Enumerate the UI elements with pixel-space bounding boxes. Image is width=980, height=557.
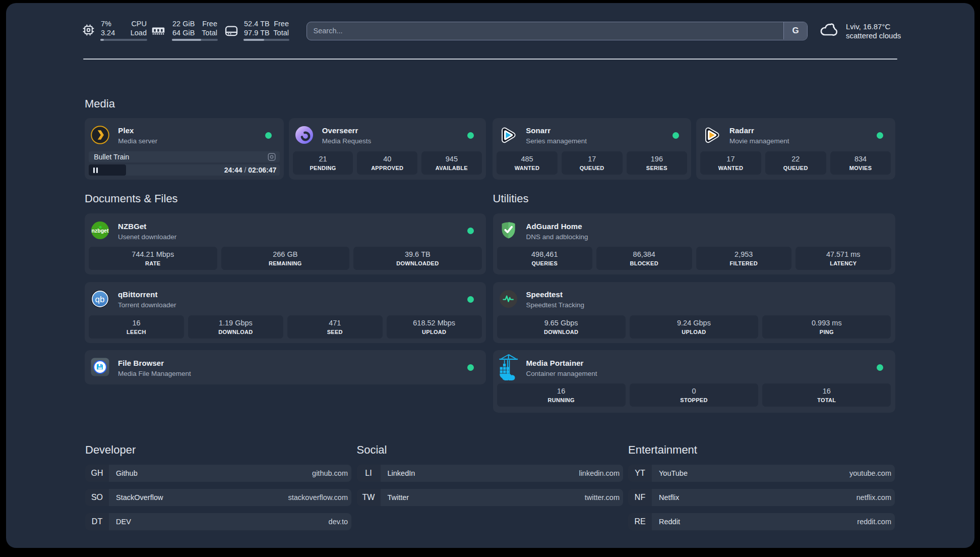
- svg-text:nzbget: nzbget: [92, 228, 109, 234]
- svg-text:qb: qb: [95, 294, 105, 304]
